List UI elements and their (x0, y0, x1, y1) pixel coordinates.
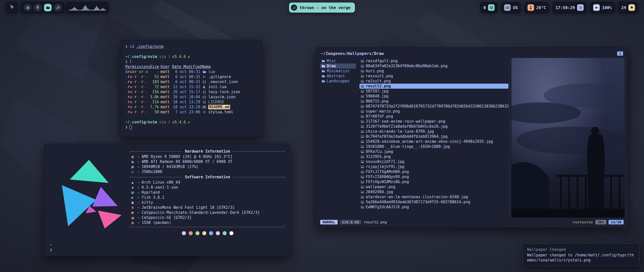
module-clock[interactable]: 17:50:29 (552, 2, 587, 13)
font-icon: A (130, 206, 135, 210)
file-row[interactable]: resssult.png (359, 74, 508, 79)
sidebar-folder-misc[interactable]: Misc (320, 58, 356, 63)
fetch-info: Hardware Information▣→AMD Ryzen 9 5900X … (130, 148, 285, 241)
visualizer-bar (96, 6, 97, 11)
module-temperature[interactable]: 26°C (525, 2, 549, 13)
module-volume[interactable]: 100% (590, 2, 615, 13)
workspace-button-swirl[interactable] (24, 4, 31, 11)
file-row[interactable]: 87r687df.png (359, 114, 508, 119)
permissions: .rw-r--r-- (125, 100, 148, 104)
file-name: 866715.png (366, 99, 388, 104)
file-row[interactable]: FXfcII0X0AQyn9X.png (359, 174, 508, 179)
status-permissions: -rwxrwxrwx (571, 220, 593, 224)
file-row[interactable]: 866715.png (359, 99, 508, 104)
workspace-button-vivaldi[interactable]: V (34, 4, 42, 11)
file-size: 15k (150, 90, 159, 94)
module-keyboard-layout[interactable]: US (501, 2, 521, 13)
file-date: 6 oct 00:31 (172, 80, 200, 84)
sidebar-folder-draw[interactable]: Draw (320, 63, 356, 69)
file-row[interactable]: 3126f7e9bbf21a8a4af0b67b041c6e26.jpg (359, 124, 508, 129)
file-row[interactable]: 596848.jpg (359, 94, 508, 99)
file-owner: matt (160, 110, 171, 114)
notification-popup[interactable]: Wallpaper Changed Wallpaper changed to /… (522, 244, 640, 266)
file-row[interactable]: 217167-sad-anime-rain-wallpaper.png (359, 119, 508, 124)
workspace-button-editor[interactable] (54, 4, 62, 11)
file-row[interactable]: ressdfgult.png (359, 58, 508, 63)
file-name: stylua.toml (208, 110, 257, 114)
fetch-row-cpu: ▣→AMD Ryzen 9 5900X (24) @ 4.9GHz [61.3°… (130, 154, 285, 159)
file-row[interactable]: FXfcHgcWIAMzs0G.png (359, 179, 508, 184)
fetch-row-packages: ▤→1558 (pacman) (130, 220, 285, 225)
file-row[interactable]: result2.png (359, 84, 508, 89)
file-row[interactable]: 3122955.png (359, 154, 508, 159)
file-row[interactable]: 154928-odinokoe_anime-art-anime-okno-sin… (359, 139, 508, 144)
image-icon (361, 195, 364, 199)
fetch-box-end (130, 225, 285, 229)
file-row[interactable]: rsjqojlmjhf91.jpg (359, 164, 508, 169)
fetch-value: fish 3.6.1 (142, 195, 164, 200)
fetch-terminal-window[interactable]: Hardware Information▣→AMD Ryzen 9 5900X … (44, 144, 291, 256)
sidebar-folder-minimalist[interactable]: Minimalist (320, 69, 356, 74)
fetch-value: 1558 (pacman) (142, 220, 171, 225)
image-icon (361, 140, 364, 143)
fetch-value: Arch Linux x86_64 (142, 180, 180, 185)
fetch-row-kernel: ◆→6.5.8-zen1-1-zen (130, 185, 285, 190)
file-row[interactable]: 8FKa7Cu.jpeg (359, 149, 508, 154)
file-row[interactable]: re1sult.png (359, 79, 508, 84)
file-row[interactable]: 19201080-__blue-tinge__-1920×1080.jpg (359, 144, 508, 149)
image-icon (361, 170, 364, 174)
image-icon (361, 125, 364, 128)
file-row[interactable]: chica-mirando-la-luna-8799.jpg (359, 129, 508, 134)
file-owner: matt (160, 105, 171, 109)
icon-theme-icon: ◪ (130, 216, 135, 220)
module-notifications[interactable]: 24 (618, 2, 638, 13)
file-name: lazyvim.json (208, 95, 257, 99)
file-row[interactable]: 20492984.jpg (359, 189, 508, 194)
gpu-icon: ▦ (130, 160, 135, 164)
file-size: 51 (150, 75, 159, 79)
tab-badge[interactable]: 1 (617, 51, 623, 56)
file-row[interactable]: wallpaper.png (359, 184, 508, 189)
launcher-button[interactable] (6, 2, 18, 13)
ls-file-row: .rw-r--r--3,0kmatt26 oct 10:04{}lazyvim.… (125, 94, 257, 99)
file-row[interactable]: atardecer-en-la-montanas-ilustracion-634… (359, 194, 508, 199)
file-row[interactable]: super-mario.png (359, 109, 508, 114)
file-row[interactable]: 587597.jpg (359, 89, 508, 94)
visualizer-bar (102, 8, 103, 11)
visualizer-bar (98, 8, 98, 11)
image-icon (361, 85, 364, 88)
file-name: kurz.png (366, 69, 384, 73)
file-name: README.md (208, 105, 230, 109)
sidebar-folder-landscapes[interactable]: Landscapes (320, 79, 356, 84)
file-row[interactable]: 0c794faf07de24a4db4d4fb1eb813964.jpg (359, 134, 508, 139)
file-row[interactable]: 08a634fa02a32364f69ebc86a98eb1eb.png (359, 63, 508, 69)
media-title: thrown - on the verge (300, 5, 350, 10)
fetch-row-font: A→JetBrainsMono Nerd Font Light 10 [GTK2… (130, 205, 285, 210)
ls-header: Name (202, 64, 257, 69)
file-row[interactable]: nnvuv0xj2df71.jpg (359, 159, 508, 164)
file-row[interactable]: 5a266e448add93deab367d87173e9f25-6837886… (359, 199, 508, 205)
permissions: .rw-r--r-- (125, 90, 148, 94)
workspace-button-files[interactable] (44, 4, 52, 11)
visualizer-bar (101, 9, 102, 11)
file-manager-window[interactable]: ~/Imagenes/Wallpapers/Draw 1 MiscDrawMin… (315, 47, 628, 228)
image-icon (361, 59, 364, 63)
file-row[interactable]: EeNKYgIUcAAJ5JX.png (359, 205, 508, 210)
file-name: 154928-odinokoe_anime-art-anime-okno-sin… (366, 139, 493, 144)
module-updates[interactable]: 0 (480, 2, 498, 13)
media-player-pill[interactable]: thrown - on the verge (289, 3, 355, 13)
arrow-icon: → (137, 200, 139, 205)
image-icon (361, 135, 364, 138)
sidebar-folder-abstract[interactable]: Abstract (320, 74, 356, 79)
terminal-window-nvim[interactable]: ❯cd.config/nvim ~/.config/nvimvia☽v5.4.6… (120, 40, 262, 137)
file-name: result2.png (366, 84, 391, 88)
file-name: 3126f7e9bbf21a8a4af0b67b041c6e26.jpg (366, 124, 448, 129)
file-name: ressdfgult.png (366, 59, 397, 63)
file-row[interactable]: FXfcJlTXgAMvH6R.png (359, 169, 508, 174)
file-owner: matt (160, 70, 171, 74)
kernel-icon: ◆ (130, 185, 135, 189)
file-row[interactable]: kurz.png (359, 69, 508, 74)
file-name: re1sult.png (366, 79, 391, 83)
ls-header-row: PermissionsSizeUserDate ModifiedName (125, 64, 257, 69)
file-row[interactable]: 68747470733a2f2f696d616765732d7769786d70… (359, 104, 508, 109)
